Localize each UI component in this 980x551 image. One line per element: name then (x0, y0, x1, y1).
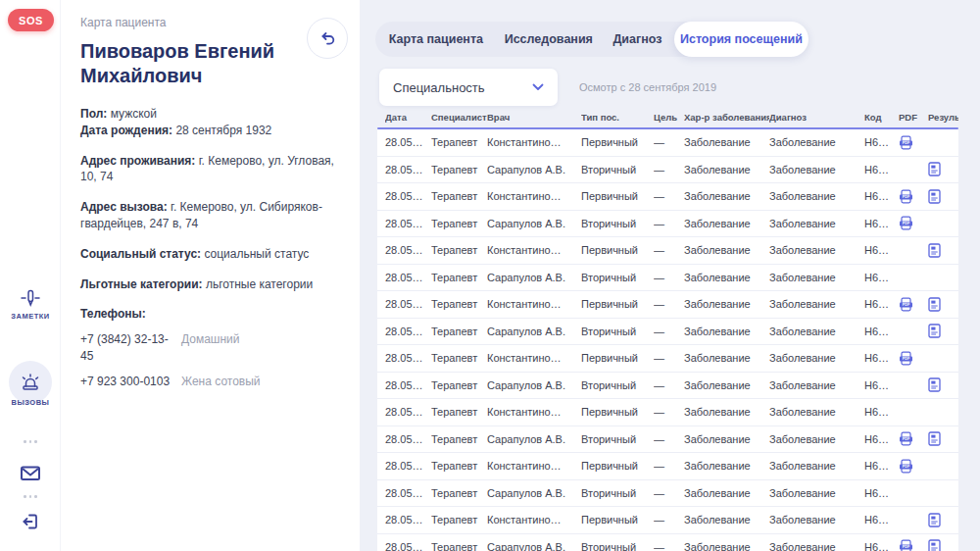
pdf-icon[interactable]: PDF (899, 216, 928, 230)
sos-button[interactable]: SOS (8, 9, 54, 31)
result-document-icon[interactable] (928, 243, 958, 258)
result-document-icon[interactable] (928, 377, 958, 392)
tab-research[interactable]: Исследования (497, 22, 601, 57)
table-row[interactable]: 28.05.2019ТерапевтКонстантино…Первичный—… (377, 453, 958, 480)
cell-pdf: PDF (899, 297, 928, 312)
cell-disease-nature: Заболевание (684, 298, 769, 310)
result-document-icon[interactable] (928, 297, 958, 312)
cell-doctor: Сарапулов А.В. (487, 433, 581, 445)
phones-label: Телефоны: (80, 307, 146, 321)
cell-diagnosis: Заболевание (769, 487, 864, 499)
table-row[interactable]: 28.05.2019ТерапевтСарапулов А.В.Вторичны… (377, 157, 958, 184)
main-content: Карта пациента Исследования Диагноз Исто… (360, 0, 980, 551)
svg-text:PDF: PDF (903, 438, 910, 442)
result-document-icon[interactable] (928, 324, 958, 338)
back-button[interactable] (307, 18, 348, 59)
table-row[interactable]: 28.05.2019ТерапевтКонстантино…Первичный—… (377, 507, 958, 534)
cell-diagnosis: Заболевание (769, 218, 864, 229)
table-row[interactable]: 28.05.2019ТерапевтКонстантино…Первичный—… (377, 183, 958, 211)
cell-diagnosis: Заболевание (769, 298, 864, 310)
tab-bar: Карта пациента Исследования Диагноз Исто… (375, 22, 808, 57)
cell-disease-nature: Заболевание (684, 541, 769, 551)
table-row[interactable]: 28.05.2019ТерапевтСарапулов А.В.Вторичны… (377, 373, 958, 400)
cell-doctor: Сарапулов А.В. (487, 487, 581, 499)
field-value: льготные категории (206, 277, 313, 291)
tab-patient-card[interactable]: Карта пациента (375, 22, 497, 57)
table-row[interactable]: 28.05.2019ТерапевтКонстантино…Первичный—… (377, 237, 958, 265)
table-row[interactable]: 28.05.2019ТерапевтКонстантино…Первичный—… (377, 129, 958, 157)
specialty-dropdown[interactable]: Специальность (379, 69, 558, 106)
cell-code: H60.3 (864, 541, 899, 551)
cell-visit-type: Вторичный (581, 218, 654, 229)
sidebar-item-calls[interactable]: ВЫЗОВЫ (0, 361, 61, 407)
pdf-icon[interactable]: PDF (899, 189, 928, 204)
cell-code: H60.3 (864, 136, 899, 148)
cell-pdf: PDF (899, 431, 928, 446)
cell-purpose: — (654, 379, 684, 391)
tab-diagnosis[interactable]: Диагноз (601, 22, 674, 57)
notes-label: ЗАМЕТКИ (11, 312, 49, 321)
cell-purpose: — (654, 541, 684, 551)
table-row[interactable]: 28.05.2019ТерапевтСарапулов А.В.Вторичны… (377, 480, 958, 508)
cell-code: H60.3 (864, 379, 899, 391)
pdf-icon[interactable]: PDF (899, 431, 928, 446)
cell-date: 28.05.2019 (385, 352, 431, 364)
cell-visit-type: Первичный (581, 460, 654, 472)
cell-doctor: Константино… (487, 298, 581, 310)
table-row[interactable]: 28.05.2019ТерапевтСарапулов А.В.Вторичны… (377, 265, 958, 292)
field-residence-address: Адрес проживания: г. Кемерово, ул. Углов… (80, 153, 342, 186)
cell-visit-type: Вторичный (581, 379, 654, 391)
cell-specialist: Терапевт (431, 218, 487, 229)
table-row[interactable]: 28.05.2019ТерапевтКонстантино…Первичный—… (377, 399, 958, 426)
cell-doctor: Константино… (487, 136, 581, 148)
table-row[interactable]: 28.05.2019ТерапевтСарапулов А.В.Вторичны… (377, 211, 958, 238)
cell-specialist: Терапевт (431, 460, 487, 472)
calls-label: ВЫЗОВЫ (12, 398, 50, 407)
cell-code: H60.3 (864, 433, 899, 445)
sidebar-item-mail[interactable] (0, 465, 61, 481)
cell-purpose: — (654, 298, 684, 310)
cell-result (928, 377, 958, 392)
result-document-icon[interactable] (928, 189, 958, 204)
pdf-icon[interactable]: PDF (899, 135, 928, 150)
pdf-icon[interactable]: PDF (899, 297, 928, 312)
cell-doctor: Сарапулов А.В. (487, 164, 581, 175)
cell-date: 28.05.2019 (385, 460, 431, 472)
result-document-icon[interactable] (928, 162, 958, 176)
field-label: Льготные категории: (80, 277, 203, 291)
tab-label: Исследования (505, 32, 593, 46)
undo-arrow-icon (318, 29, 336, 47)
cell-visit-type: Первичный (581, 298, 654, 310)
pdf-icon[interactable]: PDF (899, 351, 928, 366)
pdf-icon[interactable]: PDF (899, 459, 928, 474)
tab-visit-history[interactable]: История посещений (674, 22, 808, 57)
cell-visit-type: Вторичный (581, 487, 654, 499)
divider-dots (0, 440, 61, 443)
cell-visit-type: Вторичный (581, 326, 654, 337)
table-row[interactable]: 28.05.2019ТерапевтСарапулов А.В.Вторичны… (377, 319, 958, 346)
column-header-9: Результат (928, 112, 958, 123)
result-document-icon[interactable] (928, 513, 958, 527)
cell-disease-nature: Заболевание (684, 406, 769, 418)
cell-code: H60.3 (864, 487, 899, 499)
table-row[interactable]: 28.05.2019ТерапевтСарапулов А.В.Вторичны… (377, 534, 958, 551)
sidebar-item-notes[interactable]: ЗАМЕТКИ (0, 288, 61, 321)
pdf-icon[interactable]: PDF (899, 539, 928, 551)
cell-pdf: PDF (899, 216, 928, 230)
result-document-icon[interactable] (928, 539, 958, 551)
cell-specialist: Терапевт (431, 136, 487, 148)
table-row[interactable]: 28.05.2019ТерапевтКонстантино…Первичный—… (377, 291, 958, 319)
table-row[interactable]: 28.05.2019ТерапевтКонстантино…Первичный—… (377, 345, 958, 373)
cell-result (928, 539, 958, 551)
cell-disease-nature: Заболевание (684, 244, 769, 256)
table-row[interactable]: 28.05.2019ТерапевтСарапулов А.В.Вторичны… (377, 426, 958, 454)
cell-disease-nature: Заболевание (684, 379, 769, 391)
sidebar-item-logout[interactable] (0, 512, 61, 531)
result-document-icon[interactable] (928, 431, 958, 446)
svg-text:PDF: PDF (903, 141, 910, 145)
column-header-5: Хар-р заболевания (684, 112, 769, 123)
field-value: мужской (111, 107, 157, 121)
svg-text:PDF: PDF (903, 465, 910, 469)
cell-doctor: Константино… (487, 406, 581, 418)
cell-date: 28.05.2019 (385, 379, 431, 391)
